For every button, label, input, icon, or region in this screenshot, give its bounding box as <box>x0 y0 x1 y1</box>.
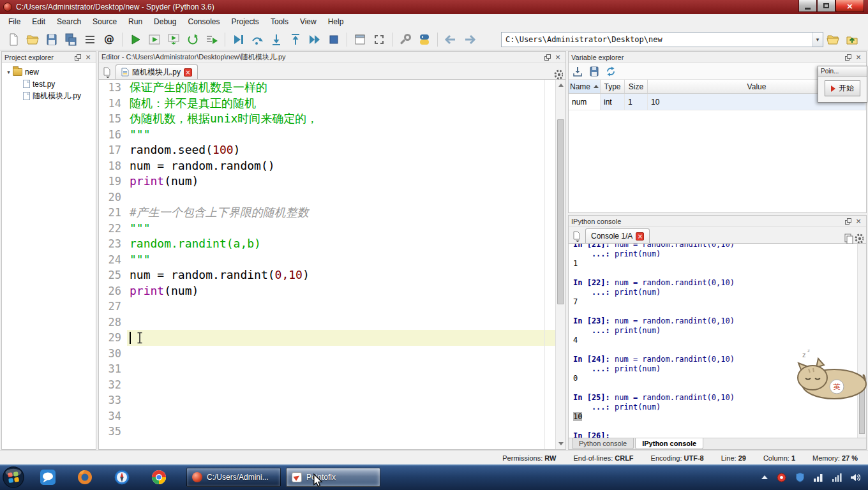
expand-arrow-icon[interactable]: ▾ <box>4 69 13 75</box>
menu-item-consoles[interactable]: Consoles <box>182 15 225 28</box>
console-output[interactable]: In [21]: num = random.randint(0,10) ...:… <box>569 244 857 438</box>
taskbar-app-messenger[interactable] <box>37 466 59 488</box>
line-number[interactable]: 13 <box>99 80 127 96</box>
close-pane-icon[interactable]: × <box>83 52 93 62</box>
code-line-31[interactable]: 31 <box>99 361 555 377</box>
browse-directory-button[interactable] <box>824 31 842 48</box>
code-line-24[interactable]: 24""" <box>99 252 555 268</box>
code-line-22[interactable]: 22""" <box>99 221 555 237</box>
editor-options-button[interactable] <box>553 70 563 79</box>
console-header[interactable]: IPython console × <box>569 216 866 227</box>
import-data-icon[interactable] <box>572 66 583 77</box>
inspect-button[interactable] <box>843 234 853 243</box>
tray-expand-icon[interactable] <box>761 475 768 479</box>
code-line-33[interactable]: 33 <box>99 392 555 408</box>
undock-pane-icon[interactable] <box>843 52 853 62</box>
run-cell-advance-button[interactable] <box>165 31 183 48</box>
open-file-button[interactable] <box>24 31 41 48</box>
line-number[interactable]: 23 <box>99 236 127 252</box>
editor-scrollbar[interactable] <box>555 80 565 449</box>
code-line-18[interactable]: 18num = random.random() <box>99 158 555 174</box>
line-number[interactable]: 24 <box>99 252 127 268</box>
tree-item-new[interactable]: ▾new <box>2 66 96 78</box>
save-button[interactable] <box>43 31 61 48</box>
menu-item-source[interactable]: Source <box>87 15 123 28</box>
code-line-32[interactable]: 32 <box>99 377 555 393</box>
step-return-button[interactable] <box>287 31 304 48</box>
menu-item-view[interactable]: View <box>294 15 322 28</box>
run-selection-button[interactable] <box>203 31 221 48</box>
cell-size[interactable]: 1 <box>625 94 648 110</box>
python-path-button[interactable] <box>415 31 433 48</box>
line-number[interactable]: 14 <box>99 96 127 112</box>
column-header-size[interactable]: Size <box>625 80 648 93</box>
line-number[interactable]: 18 <box>99 158 127 174</box>
code-line-15[interactable]: 15伪随机数，根据unix时间来确定的， <box>99 111 555 127</box>
maximize-button[interactable] <box>817 0 835 12</box>
code-line-21[interactable]: 21#产生一个包含上下界限的随机整数 <box>99 205 555 221</box>
new-file-button[interactable] <box>4 31 22 48</box>
line-number[interactable]: 34 <box>99 408 127 424</box>
code-line-34[interactable]: 34 <box>99 408 555 424</box>
tab-python-console[interactable]: Python console <box>572 438 634 449</box>
cat-pet-widget[interactable]: z z 英 <box>793 347 868 401</box>
file-switcher-button[interactable] <box>81 31 99 48</box>
tab-ipython-console[interactable]: IPython console <box>635 438 703 449</box>
line-number[interactable]: 16 <box>99 127 127 143</box>
start-button[interactable] <box>0 464 27 490</box>
menu-item-file[interactable]: File <box>3 15 26 28</box>
menu-item-tools[interactable]: Tools <box>265 15 294 28</box>
line-number[interactable]: 28 <box>99 315 127 330</box>
close-window-button[interactable]: × <box>835 0 864 12</box>
undock-pane-icon[interactable] <box>73 52 83 62</box>
variable-explorer-header[interactable]: Variable explorer × <box>569 52 866 63</box>
tab-close-icon[interactable]: × <box>636 232 644 241</box>
tray-shield-icon[interactable] <box>795 472 805 482</box>
code-line-30[interactable]: 30 <box>99 346 555 362</box>
pointofix-start-button[interactable]: 开始 <box>825 80 860 96</box>
code-line-14[interactable]: 14随机：并不是真正的随机 <box>99 96 555 112</box>
cell-type[interactable]: int <box>601 94 625 110</box>
cell-name[interactable]: num <box>569 94 601 110</box>
continue-button[interactable] <box>306 31 324 48</box>
code-line-19[interactable]: 19print(num) <box>99 174 555 189</box>
code-line-20[interactable]: 20 <box>99 189 555 205</box>
line-number[interactable]: 26 <box>99 283 127 299</box>
run-cell-button[interactable] <box>146 31 163 48</box>
console-options-button[interactable] <box>853 234 864 243</box>
code-line-16[interactable]: 16""" <box>99 127 555 143</box>
line-number[interactable]: 33 <box>99 392 127 408</box>
code-line-29[interactable]: 29 <box>99 330 555 346</box>
close-pane-icon[interactable]: × <box>853 52 864 62</box>
line-number[interactable]: 31 <box>99 361 127 377</box>
line-number[interactable]: 20 <box>99 189 127 205</box>
working-directory-combobox[interactable]: C:\Users\Administrator\Desktop\new ▾ <box>501 32 823 47</box>
line-number[interactable]: 17 <box>99 142 127 158</box>
dropdown-arrow-icon[interactable]: ▾ <box>812 33 823 47</box>
line-number[interactable]: 21 <box>99 205 127 221</box>
code-line-17[interactable]: 17random.seed(100) <box>99 142 555 158</box>
browse-tabs-button[interactable] <box>570 229 584 243</box>
project-explorer-header[interactable]: Project explorer × <box>2 52 96 63</box>
undock-pane-icon[interactable] <box>843 216 853 226</box>
editor-code[interactable]: 13保证产生的随机数是一样的14随机：并不是真正的随机15伪随机数，根据unix… <box>99 80 555 449</box>
taskbar-app-chrome[interactable] <box>148 466 170 488</box>
menu-item-projects[interactable]: Projects <box>226 15 265 28</box>
parent-directory-button[interactable] <box>843 31 861 48</box>
scrollbar-thumb[interactable] <box>557 119 564 304</box>
code-line-35[interactable]: 35 <box>99 424 555 440</box>
console-scrollbar[interactable] <box>857 244 866 438</box>
preferences-button[interactable] <box>396 31 414 48</box>
scroll-down-icon[interactable] <box>556 439 565 449</box>
back-button[interactable] <box>442 31 460 48</box>
menu-item-run[interactable]: Run <box>123 15 148 28</box>
line-number[interactable]: 30 <box>99 346 127 362</box>
menu-item-help[interactable]: Help <box>322 15 350 28</box>
line-number[interactable]: 22 <box>99 221 127 237</box>
tray-volume-icon[interactable] <box>850 472 860 482</box>
code-line-28[interactable]: 28 <box>99 315 555 330</box>
rerun-cell-button[interactable] <box>184 31 202 48</box>
run-button[interactable] <box>126 31 144 48</box>
save-all-button[interactable] <box>62 31 80 48</box>
tray-network-icon[interactable] <box>832 472 842 482</box>
